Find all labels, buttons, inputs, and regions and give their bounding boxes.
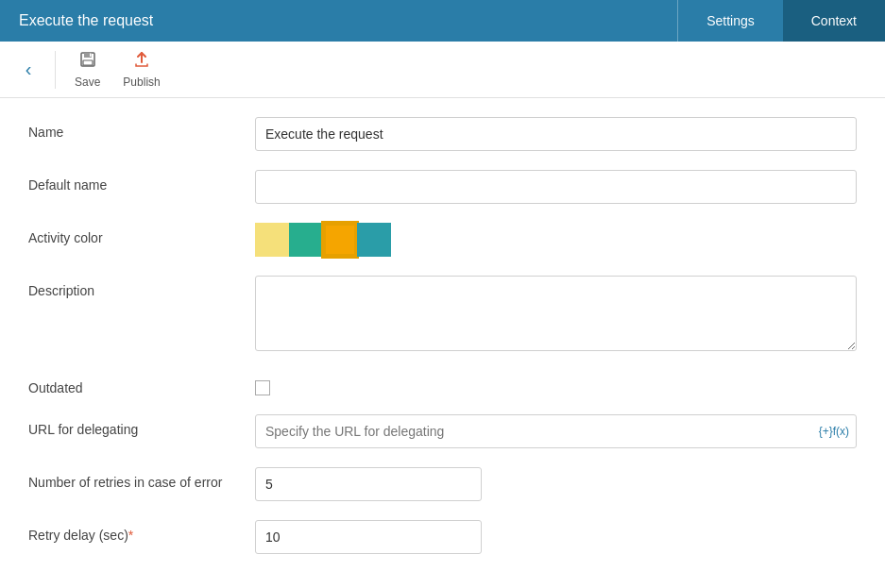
retry-delay-input-wrap	[255, 520, 857, 554]
toolbar: ‹ Save Publish	[0, 42, 885, 98]
save-button[interactable]: Save	[63, 46, 111, 92]
retries-label: Number of retries in case of error	[28, 467, 255, 490]
svg-rect-2	[83, 60, 93, 65]
publish-icon	[132, 50, 151, 74]
default-name-input-wrap	[255, 170, 857, 204]
outdated-row: Outdated	[28, 373, 857, 395]
color-swatches	[255, 223, 857, 257]
back-button[interactable]: ‹	[9, 51, 47, 89]
default-name-input[interactable]	[255, 170, 857, 204]
retry-delay-row: Retry delay (sec)*	[28, 520, 857, 554]
name-input-wrap	[255, 117, 857, 151]
header-bar: Execute the request Settings Context	[0, 0, 885, 42]
header-title: Execute the request	[0, 12, 677, 29]
retry-delay-label: Retry delay (sec)*	[28, 520, 255, 543]
tab-settings[interactable]: Settings	[677, 0, 783, 42]
publish-button[interactable]: Publish	[111, 46, 171, 92]
name-input[interactable]	[255, 117, 857, 151]
header-tabs: Settings Context	[677, 0, 885, 42]
outdated-checkbox[interactable]	[255, 380, 270, 395]
name-row: Name	[28, 117, 857, 151]
activity-color-row: Activity color	[28, 223, 857, 257]
retry-delay-required: *	[128, 528, 133, 543]
url-delegating-input[interactable]	[255, 414, 857, 448]
color-swatches-wrap	[255, 223, 857, 257]
color-swatch-teal[interactable]	[357, 223, 391, 257]
retries-input[interactable]	[255, 467, 482, 501]
outdated-label: Outdated	[28, 373, 255, 395]
svg-rect-3	[90, 54, 92, 58]
color-swatch-yellow[interactable]	[255, 223, 289, 257]
publish-label: Publish	[123, 76, 160, 89]
retries-row: Number of retries in case of error	[28, 467, 857, 501]
url-delegating-label: URL for delegating	[28, 414, 255, 437]
description-label: Description	[28, 276, 255, 298]
retry-delay-input[interactable]	[255, 520, 482, 554]
default-name-row: Default name	[28, 170, 857, 204]
default-name-label: Default name	[28, 170, 255, 193]
color-swatch-orange[interactable]	[323, 223, 357, 257]
tab-context[interactable]: Context	[783, 0, 885, 42]
url-delegating-wrap: {+}f(x)	[255, 414, 857, 448]
toolbar-divider	[55, 51, 56, 89]
save-label: Save	[75, 76, 100, 89]
color-swatch-green[interactable]	[289, 223, 323, 257]
save-icon	[78, 50, 97, 74]
url-delegating-row: URL for delegating {+}f(x)	[28, 414, 857, 448]
outdated-checkbox-wrap	[255, 373, 857, 395]
activity-color-label: Activity color	[28, 223, 255, 245]
description-textarea[interactable]	[255, 276, 857, 351]
description-row: Description	[28, 276, 857, 354]
description-textarea-wrap	[255, 276, 857, 354]
name-label: Name	[28, 117, 255, 140]
main-content: Name Default name Activity color Descrip…	[0, 98, 885, 588]
retries-input-wrap	[255, 467, 857, 501]
formula-button[interactable]: {+}f(x)	[819, 425, 849, 438]
